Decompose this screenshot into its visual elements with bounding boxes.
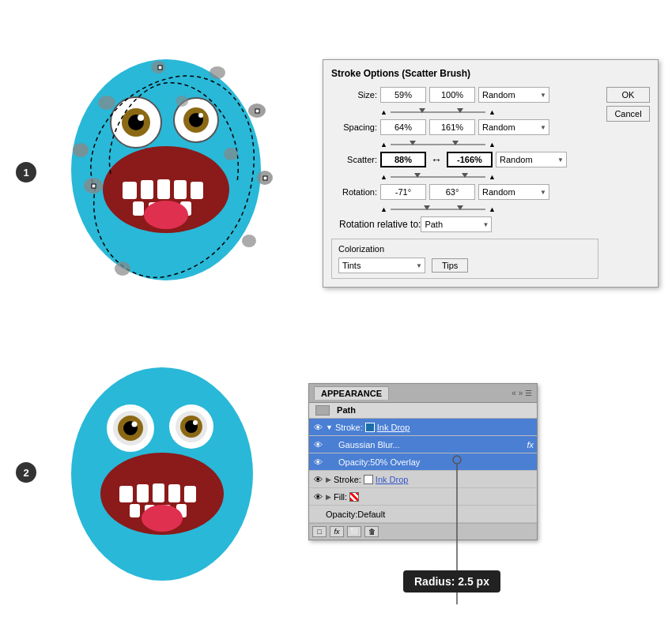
spacing-slider: ▲ ▲	[380, 141, 598, 149]
colorization-row: TintsNoneHue Shift Tips	[338, 258, 591, 273]
spacing-dropdown[interactable]: RandomFixed	[478, 119, 549, 135]
stroke-label-1: Stroke:	[335, 423, 363, 432]
panel-icons: « » ☰	[512, 389, 532, 397]
appearance-tab[interactable]: APPEARANCE	[314, 386, 389, 400]
rotation-relative-label: Rotation relative to:	[339, 219, 421, 230]
dialog-buttons: OK Cancel	[606, 87, 650, 279]
stroke-inkdrop-row[interactable]: 👁 ▼ Stroke: Ink Drop	[309, 419, 537, 436]
opacity-value: 50% Overlay	[370, 457, 420, 467]
stroke-label-2: Stroke:	[334, 475, 361, 484]
monster-1-canvas	[47, 32, 285, 284]
tips-button[interactable]: Tips	[432, 258, 468, 273]
spacing-dropdown-wrapper[interactable]: RandomFixed	[478, 119, 549, 135]
spacing-input-2[interactable]	[429, 119, 475, 135]
rotation-dropdown[interactable]: RandomFixed	[478, 184, 549, 200]
cancel-button[interactable]: Cancel	[606, 106, 650, 122]
svg-point-22	[98, 96, 115, 110]
opacity-default-row[interactable]: Opacity: Default	[309, 506, 537, 523]
opacity-default-value: Default	[357, 510, 385, 519]
scatter-row: Scatter: ↔ RandomFixed	[331, 152, 598, 167]
size-input-1[interactable]	[380, 87, 426, 103]
gaussian-blur-label: Gaussian Blur...	[338, 440, 400, 450]
delete-icon[interactable]: 🗑	[364, 526, 379, 537]
size-slider: ▲ ▲	[380, 108, 598, 116]
scatter-label: Scatter:	[331, 155, 377, 164]
spacing-row: Spacing: RandomFixed	[331, 119, 598, 135]
scatter-input-1[interactable]	[380, 152, 426, 167]
visibility-icon-4[interactable]: 👁	[312, 474, 323, 485]
fx-badge: fx	[527, 440, 534, 450]
visibility-icon-5[interactable]: 👁	[312, 491, 323, 502]
svg-rect-33	[255, 109, 259, 113]
fill-label: Fill:	[334, 492, 347, 502]
svg-point-15	[138, 115, 144, 121]
path-label: Path	[337, 405, 356, 415]
fill-row[interactable]: 👁 ▶ Fill:	[309, 488, 537, 506]
rotation-input-2[interactable]	[429, 184, 475, 200]
visibility-icon-6	[312, 509, 323, 520]
colorization-section: Colorization TintsNoneHue Shift Tips	[331, 239, 598, 279]
rotation-relative-dropdown[interactable]: PathPage	[421, 216, 492, 232]
opacity-overlay-row[interactable]: 👁 Opacity: 50% Overlay	[309, 453, 537, 471]
visibility-icon-2[interactable]: 👁	[312, 439, 323, 450]
svg-rect-2	[123, 182, 137, 199]
scatter-dropdown-wrapper[interactable]: RandomFixed	[496, 152, 567, 167]
stroke-link-1[interactable]: Ink Drop	[377, 423, 410, 432]
scatter-dropdown[interactable]: RandomFixed	[496, 152, 567, 167]
svg-rect-6	[191, 182, 203, 199]
stroke-link-2[interactable]: Ink Drop	[376, 475, 409, 484]
rotation-relative-dropdown-wrapper[interactable]: PathPage	[421, 216, 492, 232]
fx-footer-icon[interactable]: fx	[330, 526, 344, 537]
expand-arrow-1: ▼	[326, 423, 333, 431]
size-row: Size: RandomFixedPressure	[331, 87, 598, 103]
path-row: Path	[309, 403, 537, 419]
rotation-row: Rotation: RandomFixed	[331, 184, 598, 200]
svg-rect-41	[184, 486, 196, 502]
visibility-icon-3[interactable]: 👁	[312, 457, 323, 468]
colorization-dropdown-wrapper[interactable]: TintsNoneHue Shift	[338, 258, 425, 273]
svg-point-27	[242, 235, 256, 247]
size-input-2[interactable]	[429, 87, 475, 103]
stroke-options-dialog: Stroke Options (Scatter Brush) Size: Ran…	[323, 59, 659, 288]
scatter-arrows: ↔	[431, 153, 442, 166]
gaussian-blur-row[interactable]: 👁 Gaussian Blur... fx	[309, 436, 537, 453]
size-dropdown-wrapper[interactable]: RandomFixedPressure	[478, 87, 549, 103]
section-1: 1	[0, 16, 672, 300]
ok-button[interactable]: OK	[606, 87, 650, 103]
svg-point-21	[73, 143, 89, 157]
rotation-input-1[interactable]	[380, 184, 426, 200]
fill-color-swatch[interactable]	[349, 492, 359, 502]
svg-rect-37	[119, 486, 133, 502]
colorization-dropdown[interactable]: TintsNoneHue Shift	[338, 258, 425, 273]
stroke-color-swatch-2[interactable]	[364, 475, 373, 484]
svg-point-46	[142, 505, 183, 532]
tooltip-text: Radius: 2.5 px	[414, 575, 489, 588]
expand-arrow-3: ▶	[326, 493, 331, 501]
rotation-dropdown-wrapper[interactable]: RandomFixed	[478, 184, 549, 200]
panel-header: APPEARANCE « » ☰	[309, 384, 537, 403]
spacing-input-1[interactable]	[380, 119, 426, 135]
stroke-color-swatch-1[interactable]	[365, 423, 375, 432]
svg-point-24	[210, 66, 225, 79]
visibility-icon-1[interactable]: 👁	[312, 422, 323, 433]
rotation-relative-row: Rotation relative to: PathPage	[339, 216, 598, 232]
step-badge-2: 2	[16, 462, 36, 483]
size-dropdown[interactable]: RandomFixedPressure	[478, 87, 549, 103]
svg-point-19	[198, 113, 203, 118]
duplicate-icon[interactable]: ⬜	[347, 526, 361, 537]
scatter-input-2[interactable]	[447, 152, 493, 167]
svg-point-11	[144, 201, 188, 229]
section-2: 2	[0, 316, 672, 616]
monster-2-canvas	[47, 340, 277, 585]
svg-point-56	[193, 420, 198, 425]
panel-footer: □ fx ⬜ 🗑	[309, 523, 537, 540]
svg-rect-32	[158, 66, 162, 70]
svg-rect-42	[130, 504, 140, 517]
opacity-label: Opacity:	[338, 457, 370, 467]
tooltip: Radius: 2.5 px	[403, 570, 500, 592]
svg-rect-38	[137, 484, 149, 502]
svg-rect-7	[133, 201, 144, 216]
appearance-panel: APPEARANCE « » ☰ Path 👁 ▼ Stroke: Ink Dr…	[308, 383, 538, 540]
add-new-icon[interactable]: □	[312, 526, 327, 537]
stroke-inkdrop-row-2[interactable]: 👁 ▶ Stroke: Ink Drop	[309, 471, 537, 488]
